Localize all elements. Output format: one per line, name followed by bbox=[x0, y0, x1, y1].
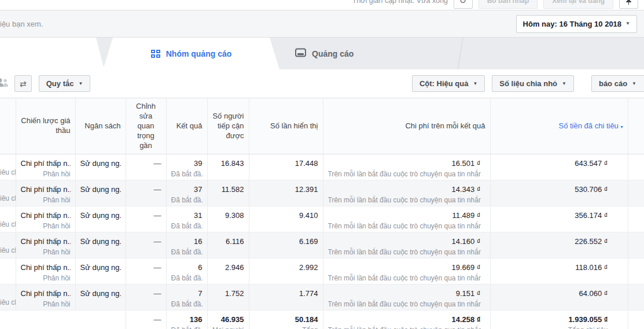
reach-cell: 16.843 bbox=[207, 154, 249, 180]
filter-notice-text: iệu bạn xem. bbox=[0, 20, 43, 28]
date-range-label: Hôm nay: 16 Tháng 10 2018 bbox=[523, 20, 622, 28]
table-row[interactable]: iêu cho Chi phí thấp n...Phản hồi Sử dụn… bbox=[0, 154, 644, 180]
header-bid-strategy[interactable]: Chiến lược giá thầu bbox=[16, 98, 75, 154]
reach-cell: 2.946 bbox=[207, 258, 249, 284]
last-edit-cell: — bbox=[126, 232, 166, 258]
tab-campaigns-partial[interactable] bbox=[0, 38, 104, 69]
filler-cell bbox=[628, 180, 644, 206]
results-cell: 7Đã bắt đầ... bbox=[166, 284, 207, 310]
chevron-down-icon: ▼ bbox=[473, 82, 477, 86]
refresh-button[interactable]: ↺ bbox=[454, 0, 473, 9]
amount-spent-cell: 530.706 ₫ bbox=[490, 180, 628, 206]
impressions-cell: 12.391 bbox=[249, 180, 323, 206]
report-button[interactable]: báo cáo ▼ bbox=[591, 75, 644, 92]
amount-spent-cell: 64.060 ₫ bbox=[490, 284, 628, 310]
rules-button[interactable]: Quy tắc ▼ bbox=[39, 75, 91, 92]
pin-button[interactable] bbox=[619, 0, 638, 9]
bid-strategy-cell: Chi phí thấp n...Phản hồi bbox=[16, 232, 75, 258]
chevron-down-icon: ▼ bbox=[632, 82, 636, 86]
cost-per-result-cell: 14.343 ₫Trên mỗi lần bắt đầu cuộc trò ch… bbox=[323, 180, 490, 206]
header-impressions[interactable]: Số lần hiển thị bbox=[249, 98, 323, 154]
refresh-icon: ↺ bbox=[459, 0, 467, 6]
table-row[interactable]: iêu cho Chi phí thấp n...Phản hồi Sử dụn… bbox=[0, 284, 644, 310]
table-header-row: Chiến lược giá thầu Ngân sách Chỉnh sửa … bbox=[0, 98, 644, 154]
cost-per-result-cell: 19.669 ₫Trên mỗi lần bắt đầu cuộc trò ch… bbox=[323, 258, 490, 284]
chevron-down-icon: ▼ bbox=[625, 21, 630, 26]
row-name-fragment: iêu cho bbox=[0, 206, 16, 232]
bid-strategy-cell: Chi phí thấp n...Phản hồi bbox=[16, 258, 75, 284]
breakdown-label: Số liệu chia nhỏ bbox=[499, 79, 557, 88]
header-budget[interactable]: Ngân sách bbox=[75, 98, 126, 154]
header-results[interactable]: Kết quả bbox=[166, 98, 207, 154]
header-filler bbox=[628, 98, 644, 154]
budget-cell: Sử dụng ng... bbox=[75, 258, 126, 284]
budget-cell: Sử dụng ng... bbox=[75, 180, 126, 206]
table-toolbar: ⇄ Quy tắc ▼ Cột: Hiệu quả ▼ Số liệu chia… bbox=[0, 69, 644, 98]
totals-reach-cell: 46.935Mọi người bbox=[207, 310, 249, 329]
filler-cell bbox=[628, 232, 644, 258]
header-edge bbox=[0, 98, 16, 154]
amount-spent-cell: 118.016 ₫ bbox=[490, 258, 628, 284]
bid-strategy-cell: Chi phí thấp n...Phản hồi bbox=[16, 206, 75, 232]
header-last-edit[interactable]: Chỉnh sửa quan trọng gần bbox=[126, 98, 166, 154]
row-name-fragment bbox=[0, 258, 16, 284]
table-row[interactable]: Chi phí thấp n...Phản hồi Sử dụng ng... … bbox=[0, 258, 644, 284]
ads-card-icon bbox=[295, 48, 306, 59]
rules-label: Quy tắc bbox=[46, 79, 74, 88]
discard-drafts-button[interactable]: Bỏ bản nháp bbox=[479, 0, 538, 9]
reach-cell: 1.752 bbox=[207, 284, 249, 310]
header-amount-spent[interactable]: Số tiền đã chi tiêu ▾ bbox=[490, 98, 628, 154]
header-reach[interactable]: Số người tiếp cận được bbox=[207, 98, 249, 154]
last-edit-cell: — bbox=[126, 284, 166, 310]
bid-strategy-cell: Chi phí thấp n...Phản hồi bbox=[16, 284, 75, 310]
amount-spent-cell: 226.552 ₫ bbox=[490, 232, 628, 258]
audience-people-icon[interactable] bbox=[0, 77, 10, 90]
tab-ad-sets-label: Nhóm quảng cáo bbox=[166, 49, 232, 58]
ad-sets-grid-icon bbox=[151, 50, 160, 58]
table-row[interactable]: iêu cho Chi phí thấp n...Phản hồi Sử dụn… bbox=[0, 180, 644, 206]
tab-bar: Nhóm quảng cáo Quảng cáo bbox=[0, 38, 644, 69]
filler-cell bbox=[628, 154, 644, 180]
date-range-button[interactable]: Hôm nay: 16 Tháng 10 2018 ▼ bbox=[516, 15, 637, 33]
row-name-fragment: iêu cho bbox=[0, 232, 16, 258]
tab-ads[interactable]: Quảng cáo bbox=[286, 38, 460, 69]
topbar: Thời gian cập nhật: Vừa xong ↺ Bỏ bản nh… bbox=[0, 0, 644, 10]
ab-test-button[interactable]: ⇄ bbox=[14, 75, 32, 92]
totals-last-edit-cell: — bbox=[126, 310, 166, 329]
cost-per-result-cell: 14.160 ₫Trên mỗi lần bắt đầu cuộc trò ch… bbox=[323, 232, 490, 258]
last-edit-cell: — bbox=[126, 154, 166, 180]
impressions-cell: 9.410 bbox=[249, 206, 323, 232]
review-publish-button[interactable]: Xem lại và đăng bbox=[543, 0, 613, 9]
cost-per-result-cell: 9.151 ₫Trên mỗi lần bắt đầu cuộc trò chu… bbox=[323, 284, 490, 310]
table-row[interactable]: iêu cho Chi phí thấp n...Phản hồi Sử dụn… bbox=[0, 232, 644, 258]
table-row[interactable]: iêu cho Chi phí thấp n...Phản hồi Sử dụn… bbox=[0, 206, 644, 232]
totals-row: — 136Đã bắt đầ... 46.935Mọi người 50.184… bbox=[0, 310, 644, 329]
totals-empty-cell bbox=[0, 310, 126, 329]
reach-cell: 6.116 bbox=[207, 232, 249, 258]
columns-button[interactable]: Cột: Hiệu quả ▼ bbox=[412, 75, 485, 92]
tab-ad-sets[interactable]: Nhóm quảng cáo bbox=[103, 38, 279, 69]
filler-cell bbox=[628, 258, 644, 284]
row-name-fragment: iêu cho bbox=[0, 284, 16, 310]
results-cell: 39Đã bắt đầ... bbox=[166, 154, 207, 180]
last-updated-text: Thời gian cập nhật: Vừa xong bbox=[352, 0, 448, 5]
header-cost-per-result[interactable]: Chi phí trên mỗi kết quả bbox=[323, 98, 490, 154]
row-name-fragment: iêu cho bbox=[0, 154, 16, 180]
last-edit-cell: — bbox=[126, 206, 166, 232]
cost-per-result-cell: 11.489 ₫Trên mỗi lần bắt đầu cuộc trò ch… bbox=[323, 206, 490, 232]
budget-cell: Sử dụng ng... bbox=[75, 232, 126, 258]
ads-manager-screen: Thời gian cập nhật: Vừa xong ↺ Bỏ bản nh… bbox=[0, 0, 644, 329]
sort-caret-icon: ▾ bbox=[620, 124, 623, 130]
results-cell: 16Đã bắt đầ... bbox=[166, 232, 207, 258]
impressions-cell: 1.774 bbox=[249, 284, 323, 310]
chevron-down-icon: ▼ bbox=[562, 82, 566, 86]
amount-spent-cell: 643.547 ₫ bbox=[490, 154, 628, 180]
filler-cell bbox=[628, 284, 644, 310]
totals-results-cell: 136Đã bắt đầ... bbox=[166, 310, 207, 329]
reach-cell: 9.308 bbox=[207, 206, 249, 232]
cost-per-result-cell: 16.501 ₫Trên mỗi lần bắt đầu cuộc trò ch… bbox=[323, 154, 490, 180]
budget-cell: Sử dụng ng... bbox=[75, 206, 126, 232]
impressions-cell: 17.448 bbox=[249, 154, 323, 180]
filter-bar: iệu bạn xem. Hôm nay: 16 Tháng 10 2018 ▼ bbox=[0, 10, 644, 38]
breakdown-button[interactable]: Số liệu chia nhỏ ▼ bbox=[492, 75, 574, 92]
